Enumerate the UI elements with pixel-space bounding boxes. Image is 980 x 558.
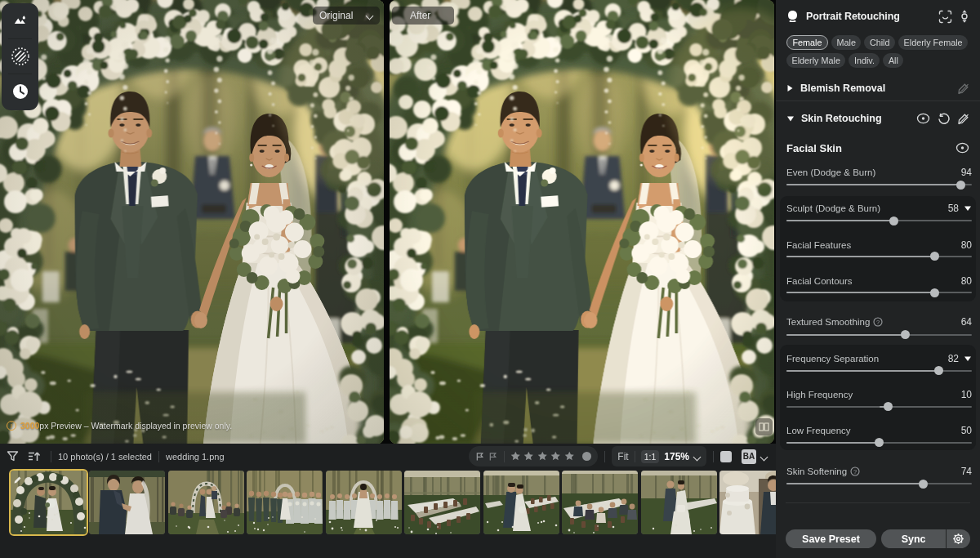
- svg-text:?: ?: [876, 319, 880, 326]
- svg-text:?: ?: [853, 468, 857, 475]
